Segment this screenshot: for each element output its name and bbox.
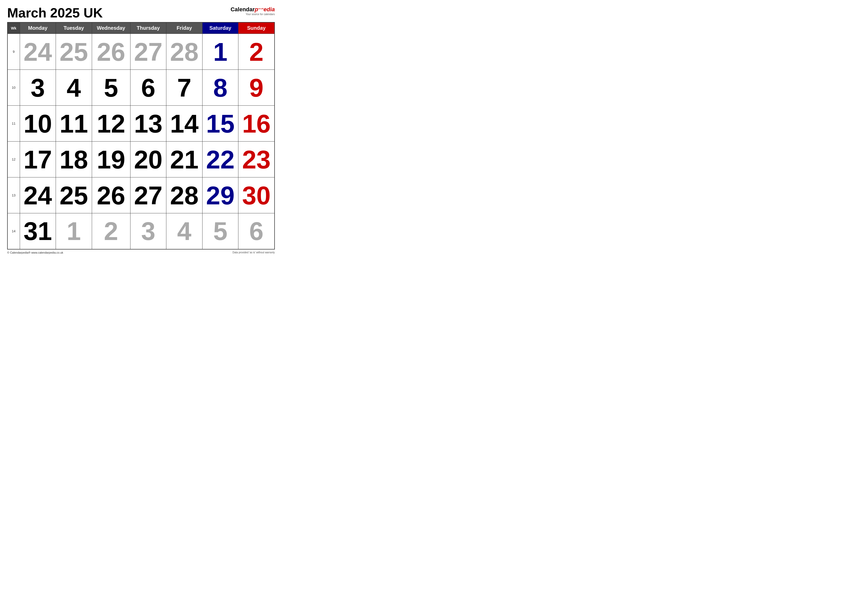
- day-cell[interactable]: 13: [130, 106, 166, 141]
- day-number: 2: [239, 39, 274, 65]
- friday-header: Friday: [166, 22, 203, 34]
- day-number: 30: [239, 183, 274, 208]
- day-number: 6: [239, 218, 274, 244]
- day-number: 23: [239, 147, 274, 172]
- footer: © Calendarpedia® www.calendarpedia.co.uk…: [7, 251, 275, 254]
- day-cell[interactable]: 21: [166, 141, 203, 177]
- sunday-header: Sunday: [239, 22, 274, 34]
- week-row-9: 9242526272812: [8, 34, 274, 70]
- day-cell[interactable]: 8: [202, 70, 239, 106]
- wk-number: 14: [8, 213, 20, 249]
- day-cell[interactable]: 26: [92, 177, 130, 213]
- day-cell[interactable]: 10: [20, 106, 56, 141]
- day-cell[interactable]: 3: [130, 213, 166, 249]
- day-number: 24: [20, 183, 56, 208]
- day-cell[interactable]: 25: [56, 34, 92, 70]
- wk-number: 9: [8, 34, 20, 70]
- day-cell[interactable]: 25: [56, 177, 92, 213]
- day-number: 15: [203, 111, 239, 137]
- tuesday-header: Tuesday: [56, 22, 92, 34]
- day-number: 12: [92, 111, 130, 137]
- day-number: 13: [130, 111, 166, 137]
- day-number: 3: [130, 218, 166, 244]
- header-row: Wk Monday Tuesday Wednesday Thursday Fri…: [8, 22, 274, 34]
- day-cell[interactable]: 2: [92, 213, 130, 249]
- day-number: 28: [166, 39, 202, 65]
- day-cell[interactable]: 1: [202, 34, 239, 70]
- day-number: 28: [166, 183, 202, 208]
- day-number: 31: [20, 218, 56, 244]
- day-cell[interactable]: 5: [202, 213, 239, 249]
- day-cell[interactable]: 24: [20, 177, 56, 213]
- wk-number: 11: [8, 106, 20, 141]
- day-cell[interactable]: 27: [130, 34, 166, 70]
- day-number: 4: [56, 75, 92, 101]
- calendar-table: Wk Monday Tuesday Wednesday Thursday Fri…: [7, 22, 275, 250]
- day-number: 25: [56, 183, 92, 208]
- day-number: 8: [203, 75, 239, 101]
- day-cell[interactable]: 19: [92, 141, 130, 177]
- footer-left: © Calendarpedia® www.calendarpedia.co.uk: [7, 251, 63, 254]
- day-cell[interactable]: 11: [56, 106, 92, 141]
- day-number: 7: [166, 75, 202, 101]
- day-cell[interactable]: 7: [166, 70, 203, 106]
- page-header: March 2025 UK Calendarpco.ukedia Your so…: [7, 6, 275, 20]
- day-cell[interactable]: 26: [92, 34, 130, 70]
- wk-header: Wk: [8, 22, 20, 34]
- day-cell[interactable]: 30: [239, 177, 274, 213]
- logo-area: Calendarpco.ukedia Your source for calen…: [231, 6, 275, 16]
- day-cell[interactable]: 5: [92, 70, 130, 106]
- day-number: 9: [239, 75, 274, 101]
- day-number: 2: [92, 218, 130, 244]
- day-cell[interactable]: 4: [166, 213, 203, 249]
- day-cell[interactable]: 28: [166, 34, 203, 70]
- logo: Calendarpco.ukedia: [231, 6, 275, 13]
- day-number: 27: [130, 39, 166, 65]
- day-cell[interactable]: 12: [92, 106, 130, 141]
- day-number: 17: [20, 147, 56, 172]
- wk-number: 10: [8, 70, 20, 106]
- day-cell[interactable]: 29: [202, 177, 239, 213]
- day-cell[interactable]: 2: [239, 34, 274, 70]
- day-cell[interactable]: 23: [239, 141, 274, 177]
- wk-number: 12: [8, 141, 20, 177]
- day-number: 18: [56, 147, 92, 172]
- wednesday-header: Wednesday: [92, 22, 130, 34]
- week-row-10: 103456789: [8, 70, 274, 106]
- thursday-header: Thursday: [130, 22, 166, 34]
- logo-pedia: pco.ukedia: [255, 6, 275, 12]
- day-number: 25: [56, 39, 92, 65]
- day-cell[interactable]: 18: [56, 141, 92, 177]
- day-cell[interactable]: 24: [20, 34, 56, 70]
- day-cell[interactable]: 20: [130, 141, 166, 177]
- day-number: 11: [56, 111, 92, 137]
- day-number: 27: [130, 183, 166, 208]
- week-row-14: 1431123456: [8, 213, 274, 249]
- day-cell[interactable]: 31: [20, 213, 56, 249]
- day-cell[interactable]: 28: [166, 177, 203, 213]
- day-cell[interactable]: 9: [239, 70, 274, 106]
- day-number: 5: [92, 75, 130, 101]
- day-number: 19: [92, 147, 130, 172]
- day-number: 29: [203, 183, 239, 208]
- day-cell[interactable]: 17: [20, 141, 56, 177]
- day-cell[interactable]: 14: [166, 106, 203, 141]
- day-cell[interactable]: 6: [130, 70, 166, 106]
- day-number: 6: [130, 75, 166, 101]
- day-number: 21: [166, 147, 202, 172]
- day-cell[interactable]: 16: [239, 106, 274, 141]
- day-cell[interactable]: 3: [20, 70, 56, 106]
- day-number: 4: [166, 218, 202, 244]
- day-cell[interactable]: 22: [202, 141, 239, 177]
- day-cell[interactable]: 4: [56, 70, 92, 106]
- day-cell[interactable]: 6: [239, 213, 274, 249]
- day-cell[interactable]: 1: [56, 213, 92, 249]
- day-number: 24: [20, 39, 56, 65]
- day-number: 16: [239, 111, 274, 137]
- day-number: 10: [20, 111, 56, 137]
- week-row-13: 1324252627282930: [8, 177, 274, 213]
- day-number: 3: [20, 75, 56, 101]
- day-number: 14: [166, 111, 202, 137]
- day-cell[interactable]: 27: [130, 177, 166, 213]
- day-cell[interactable]: 15: [202, 106, 239, 141]
